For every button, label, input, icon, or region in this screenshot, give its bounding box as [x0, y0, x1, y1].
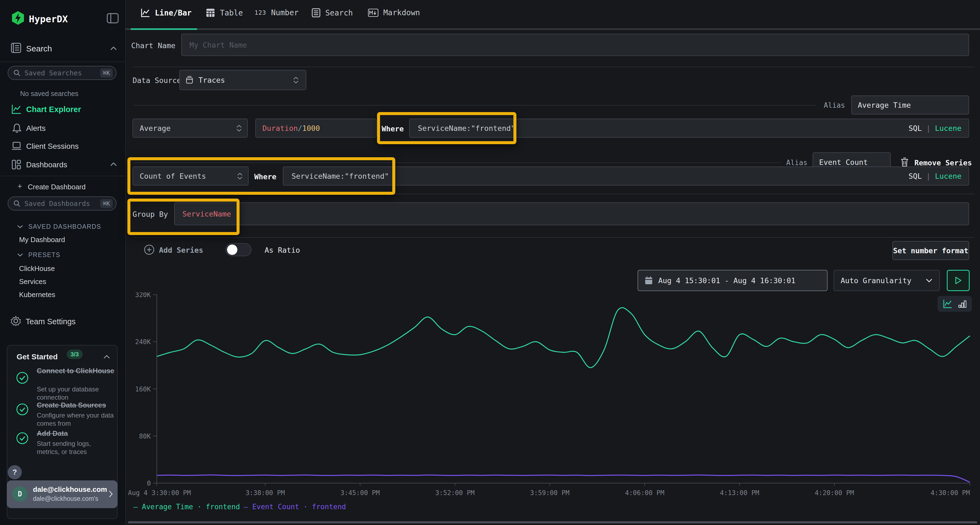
sql-toggle[interactable]: SQL — [908, 172, 922, 180]
chevron-up-icon[interactable] — [110, 162, 117, 167]
toggle-divider: | — [926, 172, 931, 180]
sidebar-item-services[interactable]: Services — [19, 278, 46, 286]
svg-text:4:20:00 PM: 4:20:00 PM — [815, 489, 854, 497]
sidebar-item-alerts[interactable]: Alerts — [26, 124, 46, 133]
horizontal-scrollbar[interactable] — [128, 521, 977, 523]
tab-underline-track — [125, 28, 980, 30]
alias-label: Alias — [786, 159, 807, 167]
legend-item[interactable]: — Event Count · frontend — [243, 503, 346, 511]
chart-name-input[interactable] — [181, 34, 969, 56]
series1-alias-input[interactable]: Average Time — [851, 95, 969, 114]
user-profile-chip[interactable]: D dale@clickhouse.com dale@clickhouse.co… — [7, 481, 118, 508]
sidebar-item-my-dashboard[interactable]: My Dashboard — [19, 236, 65, 244]
table-icon — [206, 8, 215, 17]
dashboards-grid-icon — [11, 159, 21, 170]
tab-line-bar[interactable]: Line/Bar — [141, 8, 192, 17]
data-source-select[interactable]: Traces — [180, 70, 306, 90]
svg-text:160K: 160K — [135, 385, 151, 393]
hyperdx-app: HyperDX Search Saved Searches ⌘K No save… — [0, 0, 980, 525]
chevron-up-icon[interactable] — [103, 355, 110, 359]
saved-dashboards-input[interactable]: Saved Dashboards ⌘K — [8, 197, 116, 211]
main-content: Line/Bar Table 123 Number Search Markdow… — [125, 0, 980, 525]
date-range-input[interactable]: Aug 4 15:30:01 - Aug 4 16:30:01 — [638, 270, 827, 291]
series1-aggregation-select[interactable]: Average — [132, 119, 248, 138]
chevron-updown-icon — [293, 77, 300, 84]
search-icon — [13, 200, 21, 207]
sidebar-item-clickhouse[interactable]: ClickHouse — [19, 265, 55, 273]
saved-searches-placeholder: Saved Searches — [24, 69, 100, 77]
check-circle-icon — [16, 432, 29, 444]
highlight-box-group-by — [127, 198, 240, 235]
alias-label: Alias — [824, 101, 845, 109]
tab-label: Table — [220, 8, 243, 17]
markdown-icon — [368, 9, 379, 17]
shortcut-badge: ⌘K — [100, 68, 113, 78]
sidebar-item-team-settings[interactable]: Team Settings — [25, 317, 76, 326]
get-started-item-desc: Set up your database connection — [37, 385, 115, 401]
trash-icon[interactable] — [900, 157, 909, 167]
get-started-title: Get Started — [17, 352, 58, 361]
line-chart-icon — [141, 8, 150, 17]
remove-series-button[interactable]: Remove Series — [915, 159, 972, 167]
section-header-presets[interactable]: PRESETS — [28, 251, 60, 259]
data-source-value: Traces — [199, 76, 225, 84]
active-tab-underline — [130, 28, 197, 30]
tab-number[interactable]: 123 Number — [255, 8, 299, 17]
get-started-item-title[interactable]: Connect to ClickHouse — [37, 367, 115, 375]
field-token: / — [298, 124, 302, 132]
set-number-format-button[interactable]: Set number format — [892, 241, 969, 260]
shortcut-badge: ⌘K — [100, 199, 113, 208]
granularity-select[interactable]: Auto Granularity — [834, 270, 940, 291]
group-by-input[interactable]: ServiceName — [174, 202, 969, 225]
as-ratio-toggle[interactable] — [225, 243, 251, 256]
help-button[interactable]: ? — [8, 465, 22, 479]
svg-text:240K: 240K — [135, 338, 151, 346]
chart-legend[interactable]: — Average Time · frontend— Event Count ·… — [134, 503, 350, 511]
tab-label: Line/Bar — [155, 8, 192, 17]
line-chart-icon — [11, 104, 22, 114]
svg-text:80K: 80K — [139, 433, 151, 440]
no-saved-searches-text: No saved searches — [20, 90, 78, 98]
timeseries-chart[interactable]: 080K160K240K320KAug 4 3:30:00 PM3:38:00 … — [128, 292, 975, 500]
tab-label: Number — [271, 8, 299, 17]
plus-circle-icon[interactable] — [144, 244, 154, 255]
tab-table[interactable]: Table — [206, 8, 243, 17]
series1-field-input[interactable]: Duration/1000 — [255, 119, 377, 138]
divider — [134, 237, 975, 238]
play-icon — [955, 276, 962, 284]
divider — [134, 105, 816, 106]
saved-searches-input[interactable]: Saved Searches ⌘K — [8, 66, 116, 80]
chevron-down-icon[interactable] — [17, 253, 24, 257]
toggle-divider: | — [926, 124, 931, 132]
lucene-toggle[interactable]: Lucene — [935, 172, 961, 180]
svg-text:320K: 320K — [135, 292, 151, 299]
sidebar-item-kubernetes[interactable]: Kubernetes — [19, 290, 55, 299]
tab-search[interactable]: Search — [312, 8, 353, 17]
run-query-button[interactable] — [947, 270, 970, 291]
check-circle-icon — [16, 403, 29, 416]
sidebar-item-chart-explorer[interactable]: Chart Explorer — [26, 105, 81, 114]
svg-text:3:59:00 PM: 3:59:00 PM — [530, 489, 570, 497]
sidebar-collapse-icon[interactable] — [107, 13, 119, 24]
create-dashboard-button[interactable]: Create Dashboard — [28, 183, 86, 191]
chevron-down-icon[interactable] — [17, 225, 24, 228]
tab-label: Markdown — [383, 8, 420, 17]
get-started-item-title[interactable]: Create Data Sources — [37, 401, 118, 409]
chevron-up-icon[interactable] — [110, 46, 117, 51]
data-source-label: Data Source — [132, 76, 181, 85]
add-series-button[interactable]: Add Series — [159, 246, 204, 254]
sidebar-item-dashboards[interactable]: Dashboards — [26, 160, 67, 169]
plus-icon: + — [18, 182, 22, 191]
svg-text:Aug 4 3:30:00 PM: Aug 4 3:30:00 PM — [128, 489, 191, 497]
search-icon — [13, 69, 21, 77]
section-header-saved-dashboards[interactable]: SAVED DASHBOARDS — [28, 223, 101, 230]
sql-toggle[interactable]: SQL — [908, 124, 922, 132]
get-started-item-title[interactable]: Add Data — [37, 429, 115, 438]
sidebar-item-search[interactable]: Search — [26, 44, 52, 53]
tab-markdown[interactable]: Markdown — [368, 8, 420, 17]
sidebar-item-client-sessions[interactable]: Client Sessions — [26, 142, 79, 151]
lucene-toggle[interactable]: Lucene — [935, 124, 961, 132]
chevron-updown-icon — [236, 125, 243, 132]
legend-item[interactable]: — Average Time · frontend — [134, 503, 240, 511]
svg-text:3:52:00 PM: 3:52:00 PM — [435, 489, 475, 497]
